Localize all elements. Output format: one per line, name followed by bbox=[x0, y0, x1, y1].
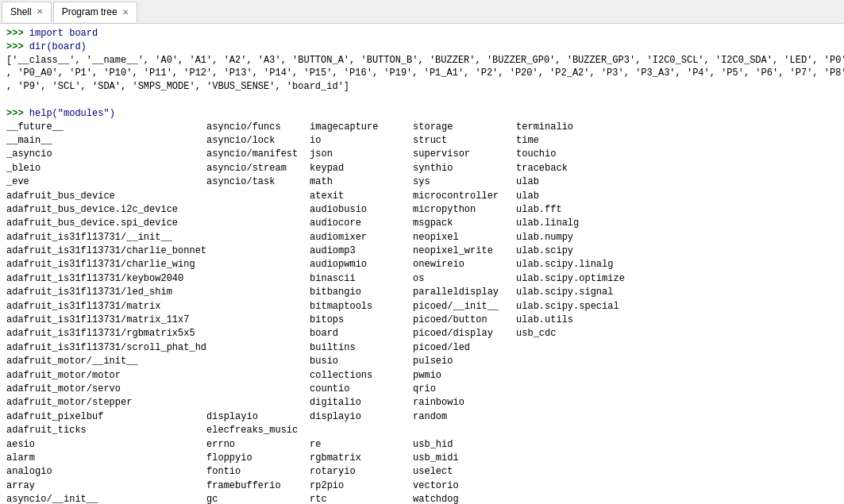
line-2: >>> dir(board) bbox=[6, 40, 838, 54]
help-col-4: storage struct supervisor synthio sys mi… bbox=[413, 121, 516, 504]
line-3: ['__class__', '__name__', 'A0', 'A1', 'A… bbox=[6, 54, 838, 67]
help-col-1: __future__ __main__ _asyncio _bleio _eve… bbox=[6, 121, 206, 504]
app-container: Shell ✕ Program tree ✕ >>> import board … bbox=[0, 0, 844, 504]
tab-program-tree-close[interactable]: ✕ bbox=[122, 8, 129, 17]
help-col-3: imagecapture io json keypad math atexit … bbox=[310, 121, 413, 504]
line-4: , 'P0_A0', 'P1', 'P10', 'P11', 'P12', 'P… bbox=[6, 67, 838, 80]
line-5: , 'P9', 'SCL', 'SDA', 'SMPS_MODE', 'VBUS… bbox=[6, 80, 838, 94]
tab-shell-label: Shell bbox=[10, 6, 32, 17]
tab-program-tree-label: Program tree bbox=[62, 6, 118, 17]
line-6 bbox=[6, 94, 838, 107]
help-col-5: terminalio time touchio traceback ulab u… bbox=[516, 121, 625, 504]
tab-shell-close[interactable]: ✕ bbox=[37, 7, 43, 16]
help-col-2: asyncio/funcs asyncio/lock asyncio/manif… bbox=[206, 121, 310, 504]
line-1: >>> import board bbox=[6, 27, 838, 40]
line-7: >>> help("modules") bbox=[6, 107, 838, 121]
help-output: __future__ __main__ _asyncio _bleio _eve… bbox=[6, 121, 838, 504]
tab-bar: Shell ✕ Program tree ✕ bbox=[0, 0, 844, 24]
tab-shell[interactable]: Shell ✕ bbox=[2, 2, 52, 22]
terminal-output[interactable]: >>> import board >>> dir(board) ['__clas… bbox=[0, 24, 844, 504]
tab-program-tree[interactable]: Program tree ✕ bbox=[53, 2, 137, 22]
